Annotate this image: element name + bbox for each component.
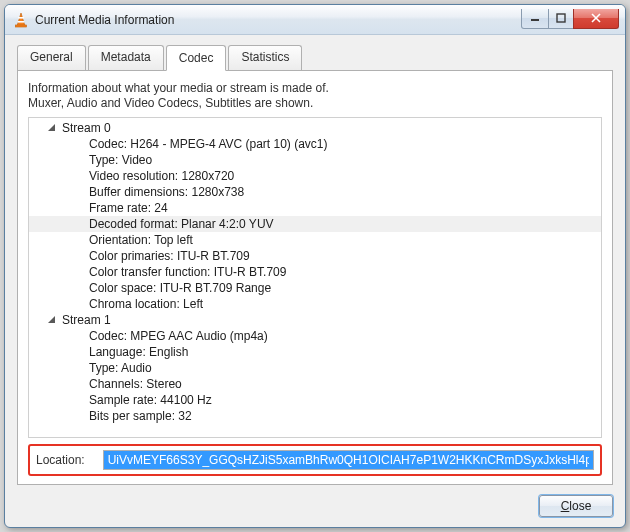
svg-marker-0	[17, 13, 25, 26]
svg-rect-3	[16, 25, 27, 27]
stream-name: Stream 1	[62, 313, 111, 327]
maximize-button[interactable]	[548, 9, 574, 29]
stream-property-row[interactable]: Codec: H264 - MPEG-4 AVC (part 10) (avc1…	[29, 136, 601, 152]
minimize-icon	[530, 13, 540, 23]
stream-property-row[interactable]: Type: Audio	[29, 360, 601, 376]
close-icon	[590, 13, 602, 23]
stream-property-row[interactable]: Channels: Stereo	[29, 376, 601, 392]
titlebar[interactable]: Current Media Information	[5, 5, 625, 35]
stream-name: Stream 0	[62, 121, 111, 135]
dialog-body: General Metadata Codec Statistics Inform…	[5, 35, 625, 493]
stream-property-row[interactable]: Sample rate: 44100 Hz	[29, 392, 601, 408]
minimize-button[interactable]	[521, 9, 549, 29]
stream-tree[interactable]: Stream 0Codec: H264 - MPEG-4 AVC (part 1…	[28, 117, 602, 438]
stream-header[interactable]: Stream 0	[29, 120, 601, 136]
window-title: Current Media Information	[35, 13, 522, 27]
svg-marker-9	[48, 316, 55, 323]
vlc-cone-icon	[13, 12, 29, 28]
tab-metadata[interactable]: Metadata	[88, 45, 164, 70]
expand-triangle-icon	[47, 313, 56, 327]
svg-rect-1	[18, 17, 24, 19]
svg-marker-8	[48, 124, 55, 131]
tab-general[interactable]: General	[17, 45, 86, 70]
expand-triangle-icon	[47, 121, 56, 135]
codec-tab-pane: Information about what your media or str…	[17, 70, 613, 485]
stream-property-row[interactable]: Frame rate: 24	[29, 200, 601, 216]
window-close-button[interactable]	[573, 9, 619, 29]
window-controls	[522, 9, 625, 29]
location-row: Location:	[28, 444, 602, 476]
dialog-window: Current Media Information General Metada…	[4, 4, 626, 528]
info-line-1: Information about what your media or str…	[28, 81, 602, 96]
stream-property-row[interactable]: Orientation: Top left	[29, 232, 601, 248]
stream-property-row[interactable]: Decoded format: Planar 4:2:0 YUV	[29, 216, 601, 232]
stream-header[interactable]: Stream 1	[29, 312, 601, 328]
location-input[interactable]	[103, 450, 594, 470]
stream-property-row[interactable]: Color transfer function: ITU-R BT.709	[29, 264, 601, 280]
info-line-2: Muxer, Audio and Video Codecs, Subtitles…	[28, 96, 602, 111]
stream-property-row[interactable]: Color primaries: ITU-R BT.709	[29, 248, 601, 264]
stream-property-row[interactable]: Codec: MPEG AAC Audio (mp4a)	[29, 328, 601, 344]
stream-property-row[interactable]: Chroma location: Left	[29, 296, 601, 312]
stream-property-row[interactable]: Language: English	[29, 344, 601, 360]
svg-rect-4	[531, 19, 539, 21]
close-button[interactable]: Close	[539, 495, 613, 517]
info-header: Information about what your media or str…	[28, 81, 602, 111]
stream-property-row[interactable]: Buffer dimensions: 1280x738	[29, 184, 601, 200]
tab-statistics[interactable]: Statistics	[228, 45, 302, 70]
maximize-icon	[556, 13, 566, 23]
close-button-rest: lose	[569, 499, 591, 513]
stream-property-row[interactable]: Type: Video	[29, 152, 601, 168]
tab-bar: General Metadata Codec Statistics	[17, 45, 613, 70]
stream-property-row[interactable]: Color space: ITU-R BT.709 Range	[29, 280, 601, 296]
stream-property-row[interactable]: Video resolution: 1280x720	[29, 168, 601, 184]
location-label: Location:	[36, 453, 85, 467]
stream-property-row[interactable]: Bits per sample: 32	[29, 408, 601, 424]
svg-rect-5	[557, 14, 565, 22]
svg-rect-2	[18, 21, 25, 23]
button-row: Close	[5, 493, 625, 527]
tab-codec[interactable]: Codec	[166, 45, 227, 71]
